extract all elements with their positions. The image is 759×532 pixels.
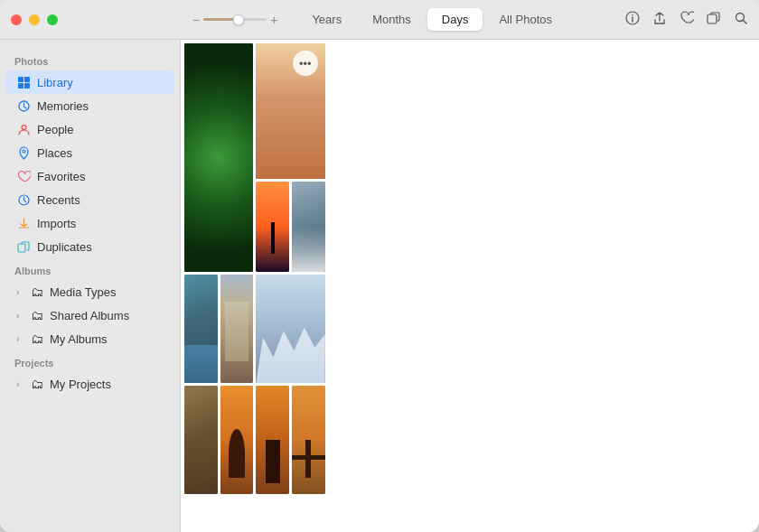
photo-snow[interactable] [256,275,324,383]
photo-person1[interactable] [220,386,254,494]
library-icon [16,75,31,89]
sidebar-item-places[interactable]: Places [5,141,174,164]
titlebar: − + Years Months Days All Photos [0,0,759,40]
recents-label: Recents [37,193,80,207]
recents-icon [16,192,31,207]
sidebar-item-duplicates[interactable]: Duplicates [5,235,174,258]
svg-rect-9 [24,83,30,89]
favorites-label: Favorites [37,170,85,183]
svg-rect-8 [18,83,23,89]
duplicates-icon [16,239,31,254]
info-icon[interactable] [625,11,640,29]
photo-castle[interactable] [220,275,254,383]
zoom-slider[interactable] [203,18,267,21]
svg-point-12 [23,150,25,153]
close-button[interactable] [11,14,22,25]
chevron-right-icon: › [16,334,27,344]
svg-rect-3 [707,14,717,23]
sidebar-item-favorites[interactable]: Favorites [5,164,174,188]
sidebar-item-library[interactable]: Library [5,70,174,94]
svg-point-11 [22,125,26,129]
places-icon [16,145,31,160]
favorite-icon[interactable] [679,11,694,29]
nav-tabs: Years Months Days All Photos [297,8,567,31]
svg-line-5 [744,20,747,23]
photo-mountain[interactable] [292,182,325,272]
photo-girl[interactable]: ••• [256,43,324,179]
sidebar-item-people[interactable]: People [5,117,174,141]
sidebar-item-recents[interactable]: Recents [5,188,174,211]
tab-years[interactable]: Years [297,8,356,31]
main-layout: Photos Library Memories [0,40,759,532]
imports-icon [16,216,31,230]
people-label: People [37,123,73,136]
my-albums-folder-icon: 🗂 [31,331,43,346]
chevron-right-icon: › [16,311,27,321]
my-albums-label: My Albums [50,332,108,346]
share-icon[interactable] [652,11,667,29]
chevron-right-icon: › [16,287,27,297]
svg-rect-6 [18,77,23,82]
photo-spread[interactable] [292,386,325,494]
photo-forest[interactable] [184,43,253,272]
photo-grid: ••• [184,43,325,494]
photo-road[interactable] [184,386,218,494]
albums-section-label: Albums [0,258,180,280]
zoom-control: − + [192,13,277,27]
duplicate-icon[interactable] [707,11,721,29]
tab-allphotos[interactable]: All Photos [484,8,567,31]
svg-point-2 [632,14,633,15]
sidebar-group-my-albums[interactable]: › 🗂 My Albums [5,327,174,350]
library-label: Library [37,76,73,89]
traffic-lights [11,14,58,25]
tab-months[interactable]: Months [358,8,426,31]
more-options-button[interactable]: ••• [293,51,318,76]
imports-label: Imports [37,217,76,230]
titlebar-actions [625,11,748,29]
projects-folder-icon: 🗂 [31,377,43,391]
zoom-minus-button[interactable]: − [192,13,200,27]
folder-icon: 🗂 [31,285,43,299]
duplicates-label: Duplicates [37,240,92,254]
tab-days[interactable]: Days [427,8,483,31]
sidebar-item-imports[interactable]: Imports [5,211,174,235]
maximize-button[interactable] [47,14,58,25]
shared-folder-icon: 🗂 [31,308,43,322]
my-projects-label: My Projects [50,378,111,391]
sidebar-group-my-projects[interactable]: › 🗂 My Projects [5,372,174,396]
photo-content-area: ••• [181,40,759,532]
shared-albums-label: Shared Albums [50,309,129,322]
sidebar-group-media-types[interactable]: › 🗂 Media Types [5,280,174,303]
photo-land[interactable] [184,275,218,383]
photo-sunset[interactable] [256,182,289,272]
memories-icon [16,98,31,113]
zoom-plus-button[interactable]: + [270,13,277,27]
places-label: Places [37,146,72,160]
search-icon[interactable] [734,11,748,29]
svg-rect-14 [18,244,25,252]
sidebar: Photos Library Memories [0,40,181,532]
photos-section-label: Photos [0,49,180,70]
sidebar-item-memories[interactable]: Memories [5,94,174,117]
memories-label: Memories [37,99,89,113]
svg-rect-7 [24,77,30,82]
sidebar-group-shared-albums[interactable]: › 🗂 Shared Albums [5,303,174,327]
minimize-button[interactable] [29,14,40,25]
zoom-thumb[interactable] [233,14,244,25]
favorites-icon [16,169,31,183]
projects-section-label: Projects [0,350,180,372]
media-types-label: Media Types [50,285,116,299]
chevron-right-icon: › [16,379,27,389]
photo-person2[interactable] [256,386,289,494]
people-icon [16,122,31,136]
